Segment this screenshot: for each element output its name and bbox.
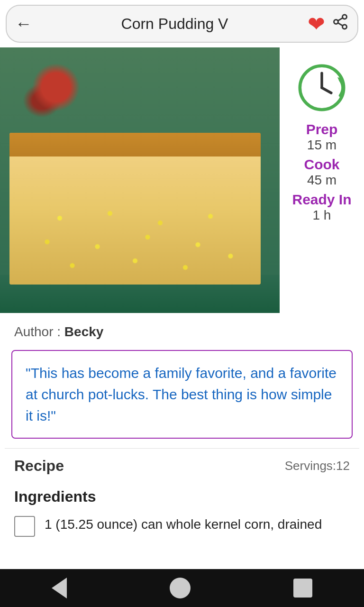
page-title: Corn Pudding V [42,15,308,33]
cook-time: Cook 45 m [304,156,340,188]
recipe-image [0,47,280,313]
recipe-header: Recipe Servings:12 [0,449,364,483]
servings-count: Servings:12 [285,459,350,473]
back-triangle-icon [52,578,67,598]
bottom-navigation [0,569,364,607]
ingredients-title: Ingredients [14,488,350,506]
top-bar: ← Corn Pudding V ❤ [6,5,358,43]
favorite-button[interactable]: ❤ [308,12,325,36]
svg-line-4 [338,18,343,20]
back-button[interactable]: ← [15,14,32,34]
ingredient-text: 1 (15.25 ounce) can whole kernel corn, d… [45,515,322,533]
svg-line-3 [338,23,343,26]
ingredient-item: 1 (15.25 ounce) can whole kernel corn, d… [14,515,350,537]
nav-home-button[interactable] [170,578,191,598]
nav-back-button[interactable] [52,578,67,598]
svg-line-7 [322,88,331,93]
share-button[interactable] [332,13,349,35]
heart-icon: ❤ [308,12,325,36]
quote-text: "This has become a family favorite, and … [26,365,337,423]
ingredient-checkbox[interactable] [14,516,35,537]
recipe-label: Recipe [14,457,64,475]
timing-panel: Prep 15 m Cook 45 m Ready In 1 h [280,47,364,313]
prep-time: Prep 15 m [306,121,338,153]
ingredients-section: Ingredients 1 (15.25 ounce) can whole ke… [0,483,364,548]
author-name: Becky [64,324,104,339]
clock-icon [296,62,348,114]
recipe-quote: "This has become a family favorite, and … [11,350,353,439]
author-section: Author : Becky [0,313,364,345]
nav-recent-button[interactable] [293,579,312,598]
ready-time: Ready In 1 h [292,192,351,223]
content-area: Prep 15 m Cook 45 m Ready In 1 h [0,47,364,313]
recent-square-icon [293,579,312,598]
home-circle-icon [170,578,191,598]
author-label: Author : [14,324,64,339]
